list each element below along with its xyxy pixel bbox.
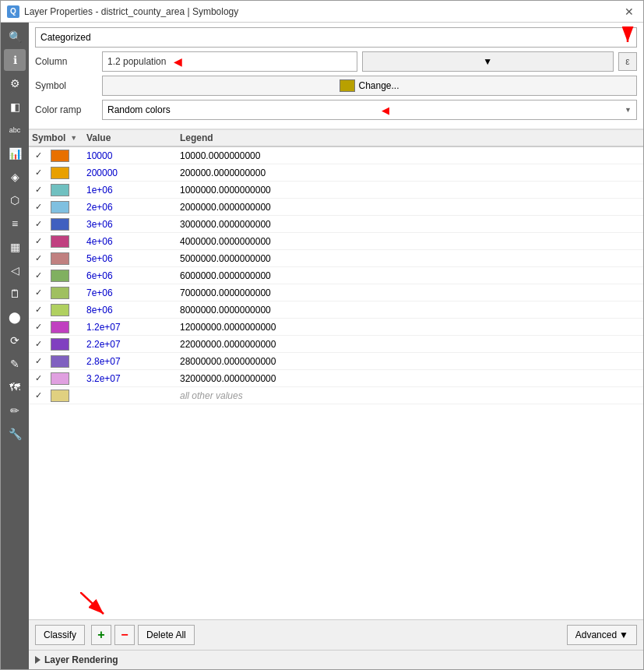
bottom-bar: Classify + −: [29, 619, 643, 650]
row-color-swatch[interactable]: [51, 218, 69, 231]
row-symbol-col: ✓: [32, 150, 86, 162]
remove-button[interactable]: −: [114, 625, 135, 645]
row-color-swatch[interactable]: [51, 167, 69, 179]
row-symbol-col: ✓: [32, 372, 86, 385]
symbol-table: Symbol ▼ Value Legend ✓ 10000 10000.0000…: [29, 129, 643, 619]
row-value: 5e+06: [86, 253, 180, 264]
sidebar-abc[interactable]: abc: [4, 119, 26, 141]
classify-button[interactable]: Classify: [35, 625, 85, 645]
table-row: ✓ 2.8e+07 28000000.0000000000: [29, 353, 643, 370]
sidebar-settings[interactable]: ⚙: [4, 72, 26, 94]
color-ramp-select[interactable]: Random colors ◀ ▼: [102, 100, 637, 120]
close-button[interactable]: ✕: [621, 4, 637, 19]
row-symbol-col: ✓: [32, 252, 86, 265]
column-input[interactable]: 1.2 population ◀: [102, 51, 357, 72]
table-row: ✓ 5e+06 5000000.0000000000: [29, 250, 643, 267]
change-symbol-label: Change...: [358, 80, 399, 91]
sidebar-metadata[interactable]: 🗒: [4, 283, 26, 305]
row-color-swatch[interactable]: [51, 150, 69, 162]
legend-value: 28000000.0000000000: [180, 356, 276, 367]
row-legend: 7000000.0000000000: [180, 287, 640, 298]
legend-value: 1000000.0000000000: [180, 185, 271, 196]
sidebar-3d[interactable]: ⬡: [4, 189, 26, 211]
row-checkbox[interactable]: ✓: [32, 184, 44, 196]
main-wrapper: Categorized ▼ Column 1.2 population ◀ ▼: [29, 23, 643, 669]
row-checkbox[interactable]: ✓: [32, 390, 44, 402]
legend-value: 32000000.0000000000: [180, 373, 276, 384]
symbol-column-header: Symbol ▼: [32, 132, 86, 143]
sidebar-tool[interactable]: 🔧: [4, 423, 26, 445]
row-checkbox[interactable]: ✓: [32, 355, 44, 368]
row-color-swatch[interactable]: [51, 287, 69, 299]
sidebar-dataviz[interactable]: ▦: [4, 236, 26, 258]
advanced-button[interactable]: Advanced ▼: [567, 625, 637, 645]
sidebar-dependency[interactable]: ⬤: [4, 306, 26, 328]
column-dropdown[interactable]: ▼: [362, 51, 614, 72]
row-legend: 10000.0000000000: [180, 150, 640, 161]
table-row: ✓ all other values: [29, 387, 643, 404]
row-color-swatch[interactable]: [51, 201, 69, 213]
sidebar-notes[interactable]: ✎: [4, 353, 26, 375]
table-row: ✓ 3e+06 3000000.0000000000: [29, 216, 643, 233]
row-checkbox[interactable]: ✓: [32, 304, 44, 316]
row-checkbox[interactable]: ✓: [32, 167, 44, 179]
row-checkbox[interactable]: ✓: [32, 150, 44, 162]
row-color-swatch[interactable]: [51, 321, 69, 333]
sidebar-edit[interactable]: ✏: [4, 400, 26, 421]
sidebar-info[interactable]: ℹ: [4, 49, 26, 71]
symbol-color-swatch: [340, 79, 355, 92]
row-checkbox[interactable]: ✓: [32, 338, 44, 351]
row-symbol-col: ✓: [32, 304, 86, 316]
renderer-value: Categorized: [40, 32, 91, 43]
sidebar-legend[interactable]: ≡: [4, 213, 26, 235]
table-row: ✓ 3.2e+07 32000000.0000000000: [29, 370, 643, 387]
sidebar-diagram[interactable]: 📊: [4, 143, 26, 164]
legend-value: 6000000.0000000000: [180, 270, 271, 281]
legend-column-header: Legend: [180, 132, 640, 143]
row-value: 2.2e+07: [86, 339, 180, 350]
row-checkbox[interactable]: ✓: [32, 372, 44, 385]
row-checkbox[interactable]: ✓: [32, 321, 44, 333]
row-color-swatch[interactable]: [51, 338, 69, 351]
sidebar-search[interactable]: 🔍: [4, 26, 26, 48]
row-checkbox[interactable]: ✓: [32, 287, 44, 299]
row-legend: 200000.0000000000: [180, 168, 640, 178]
sidebar-map[interactable]: 🗺: [4, 376, 26, 398]
row-color-swatch[interactable]: [51, 252, 69, 265]
row-symbol-col: ✓: [32, 355, 86, 368]
row-color-swatch[interactable]: [51, 355, 69, 368]
row-checkbox[interactable]: ✓: [32, 201, 44, 213]
row-symbol-col: ✓: [32, 338, 86, 351]
row-checkbox[interactable]: ✓: [32, 235, 44, 248]
row-color-swatch[interactable]: [51, 184, 69, 196]
row-color-swatch[interactable]: [51, 270, 69, 282]
row-color-swatch[interactable]: [51, 372, 69, 385]
row-color-swatch[interactable]: [51, 235, 69, 248]
column-dropdown-arrow: ▼: [483, 56, 492, 67]
legend-value: 8000000.0000000000: [180, 305, 271, 316]
sidebar-arrow[interactable]: ◁: [4, 259, 26, 281]
add-button[interactable]: +: [91, 625, 111, 645]
row-checkbox[interactable]: ✓: [32, 218, 44, 231]
delete-all-button[interactable]: Delete All: [138, 625, 195, 645]
symbol-label: Symbol: [35, 80, 97, 91]
sidebar-layer[interactable]: ◧: [4, 96, 26, 118]
change-symbol-button[interactable]: Change...: [102, 76, 637, 96]
renderer-select[interactable]: Categorized ▼: [35, 27, 637, 48]
table-row: ✓ 1e+06 1000000.0000000000: [29, 182, 643, 199]
row-checkbox[interactable]: ✓: [32, 252, 44, 265]
sidebar-history[interactable]: ⟳: [4, 330, 26, 351]
row-color-swatch[interactable]: [51, 390, 69, 402]
main-panel: Categorized ▼ Column 1.2 population ◀ ▼: [29, 23, 643, 669]
row-value: 200000: [86, 168, 180, 178]
row-color-swatch[interactable]: [51, 304, 69, 316]
row-checkbox[interactable]: ✓: [32, 270, 44, 282]
row-legend: 6000000.0000000000: [180, 270, 640, 281]
row-legend: 12000000.0000000000: [180, 322, 640, 333]
window-title: Layer Properties - district_county_area …: [24, 6, 238, 17]
row-value: 3.2e+07: [86, 373, 180, 384]
sidebar: 🔍 ℹ ⚙ ◧ abc 📊 ◈ ⬡ ≡ ▦ ◁ 🗒 ⬤ ⟳ ✎ 🗺 ✏ 🔧: [1, 23, 29, 669]
epsilon-button[interactable]: ε: [618, 52, 637, 71]
layer-rendering-toggle[interactable]: [35, 656, 40, 664]
sidebar-mask[interactable]: ◈: [4, 166, 26, 188]
